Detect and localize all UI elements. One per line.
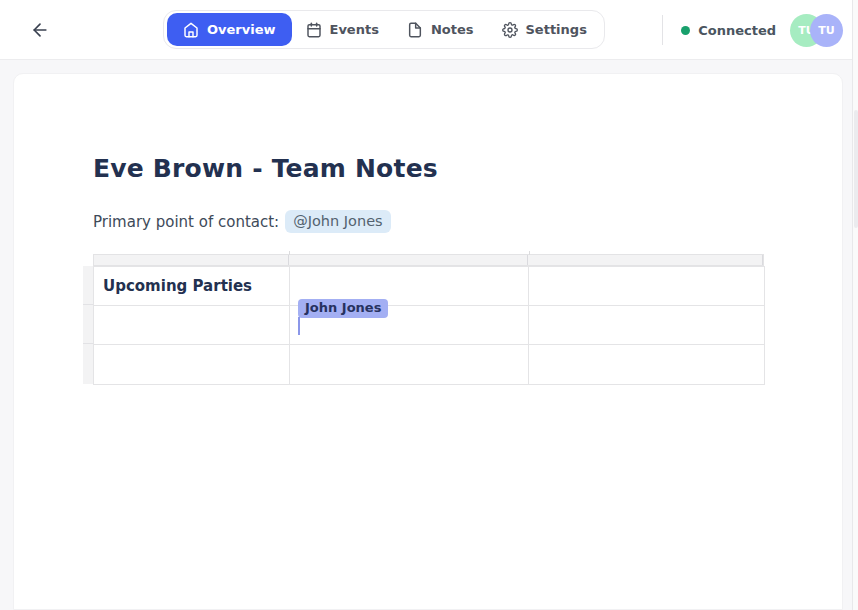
table-grid: Upcoming Parties John Jones (93, 266, 765, 385)
column-header[interactable] (94, 255, 289, 265)
calendar-icon (306, 22, 322, 38)
avatar-group: TU TU (790, 14, 843, 47)
top-bar: Overview Events Notes (0, 0, 858, 60)
status-label: Connected (698, 23, 776, 38)
tab-label: Overview (207, 22, 276, 37)
notes-table: Upcoming Parties John Jones (93, 254, 764, 385)
gear-icon (502, 22, 518, 38)
row-handle[interactable] (83, 305, 93, 344)
arrow-left-icon (30, 20, 50, 40)
person-tag[interactable]: John Jones (298, 299, 388, 318)
divider (662, 15, 663, 45)
table-cell[interactable]: Upcoming Parties (94, 267, 290, 306)
contact-line: Primary point of contact: @John Jones (93, 210, 391, 233)
page-title: Eve Brown - Team Notes (93, 154, 438, 184)
connection-status: Connected (681, 23, 776, 38)
table-cell[interactable] (94, 306, 290, 345)
row-handle[interactable] (83, 266, 93, 305)
tab-settings[interactable]: Settings (488, 13, 601, 46)
scrollbar[interactable] (852, 0, 858, 610)
topbar-right: Connected TU TU (662, 0, 843, 60)
status-dot-icon (681, 26, 690, 35)
tab-label: Notes (431, 22, 474, 37)
table-cell-text: Upcoming Parties (94, 267, 289, 296)
tab-bar: Overview Events Notes (163, 10, 605, 49)
column-divider-stub (289, 251, 290, 255)
table-column-header-row[interactable] (93, 254, 764, 266)
row-handle[interactable] (83, 344, 93, 384)
mention-pill[interactable]: @John Jones (285, 210, 390, 233)
column-header[interactable] (528, 255, 763, 265)
table-cell[interactable]: John Jones (290, 306, 529, 345)
table-cell[interactable] (529, 345, 765, 385)
home-icon (183, 22, 199, 38)
tab-overview[interactable]: Overview (167, 13, 292, 46)
tab-events[interactable]: Events (292, 13, 393, 46)
tab-label: Events (330, 22, 379, 37)
table-cell[interactable] (94, 345, 290, 385)
avatar[interactable]: TU (810, 14, 843, 47)
table-cell[interactable] (290, 345, 529, 385)
tab-notes[interactable]: Notes (393, 13, 488, 46)
table-cell[interactable] (529, 306, 765, 345)
scrollbar-thumb[interactable] (854, 110, 858, 228)
table-row-gutter[interactable] (83, 266, 93, 384)
column-divider-stub (529, 251, 530, 255)
contact-label: Primary point of contact: (93, 213, 279, 231)
text-cursor (298, 317, 300, 335)
column-header[interactable] (289, 255, 528, 265)
back-button[interactable] (26, 16, 54, 44)
document-icon (407, 22, 423, 38)
table-cell[interactable] (529, 267, 765, 306)
page-card: Eve Brown - Team Notes Primary point of … (13, 73, 843, 610)
tab-label: Settings (526, 22, 587, 37)
